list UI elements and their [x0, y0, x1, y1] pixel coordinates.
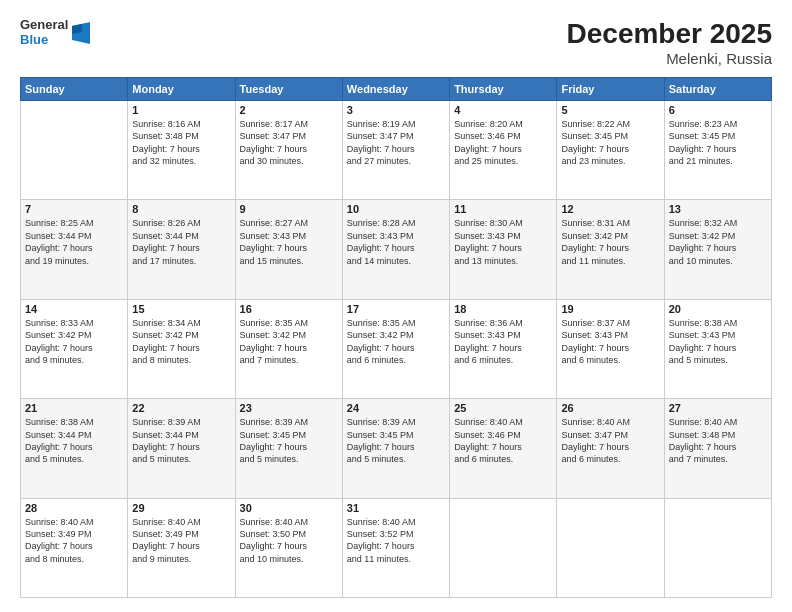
day-info: Sunrise: 8:33 AMSunset: 3:42 PMDaylight:…	[25, 317, 123, 367]
day-info: Sunrise: 8:23 AMSunset: 3:45 PMDaylight:…	[669, 118, 767, 168]
day-number: 21	[25, 402, 123, 414]
day-info: Sunrise: 8:31 AMSunset: 3:42 PMDaylight:…	[561, 217, 659, 267]
day-info: Sunrise: 8:40 AMSunset: 3:50 PMDaylight:…	[240, 516, 338, 566]
table-row: 30Sunrise: 8:40 AMSunset: 3:50 PMDayligh…	[235, 498, 342, 597]
page-title: December 2025	[567, 18, 772, 50]
day-number: 22	[132, 402, 230, 414]
day-info: Sunrise: 8:20 AMSunset: 3:46 PMDaylight:…	[454, 118, 552, 168]
header: General Blue December 2025 Melenki, Russ…	[20, 18, 772, 67]
table-row: 11Sunrise: 8:30 AMSunset: 3:43 PMDayligh…	[450, 200, 557, 299]
day-number: 10	[347, 203, 445, 215]
day-number: 3	[347, 104, 445, 116]
day-info: Sunrise: 8:25 AMSunset: 3:44 PMDaylight:…	[25, 217, 123, 267]
day-number: 23	[240, 402, 338, 414]
day-info: Sunrise: 8:39 AMSunset: 3:45 PMDaylight:…	[347, 416, 445, 466]
day-number: 8	[132, 203, 230, 215]
table-row: 3Sunrise: 8:19 AMSunset: 3:47 PMDaylight…	[342, 101, 449, 200]
day-number: 9	[240, 203, 338, 215]
day-info: Sunrise: 8:38 AMSunset: 3:43 PMDaylight:…	[669, 317, 767, 367]
day-info: Sunrise: 8:16 AMSunset: 3:48 PMDaylight:…	[132, 118, 230, 168]
table-row: 31Sunrise: 8:40 AMSunset: 3:52 PMDayligh…	[342, 498, 449, 597]
table-row: 17Sunrise: 8:35 AMSunset: 3:42 PMDayligh…	[342, 299, 449, 398]
day-info: Sunrise: 8:40 AMSunset: 3:49 PMDaylight:…	[132, 516, 230, 566]
day-info: Sunrise: 8:22 AMSunset: 3:45 PMDaylight:…	[561, 118, 659, 168]
day-info: Sunrise: 8:35 AMSunset: 3:42 PMDaylight:…	[347, 317, 445, 367]
day-info: Sunrise: 8:38 AMSunset: 3:44 PMDaylight:…	[25, 416, 123, 466]
calendar-table: Sunday Monday Tuesday Wednesday Thursday…	[20, 77, 772, 598]
calendar-week-0: 1Sunrise: 8:16 AMSunset: 3:48 PMDaylight…	[21, 101, 772, 200]
page: General Blue December 2025 Melenki, Russ…	[0, 0, 792, 612]
table-row: 26Sunrise: 8:40 AMSunset: 3:47 PMDayligh…	[557, 399, 664, 498]
day-number: 29	[132, 502, 230, 514]
col-sunday: Sunday	[21, 78, 128, 101]
day-info: Sunrise: 8:37 AMSunset: 3:43 PMDaylight:…	[561, 317, 659, 367]
table-row: 4Sunrise: 8:20 AMSunset: 3:46 PMDaylight…	[450, 101, 557, 200]
day-info: Sunrise: 8:32 AMSunset: 3:42 PMDaylight:…	[669, 217, 767, 267]
table-row: 12Sunrise: 8:31 AMSunset: 3:42 PMDayligh…	[557, 200, 664, 299]
table-row: 14Sunrise: 8:33 AMSunset: 3:42 PMDayligh…	[21, 299, 128, 398]
day-number: 15	[132, 303, 230, 315]
day-number: 2	[240, 104, 338, 116]
day-number: 28	[25, 502, 123, 514]
day-number: 13	[669, 203, 767, 215]
table-row: 25Sunrise: 8:40 AMSunset: 3:46 PMDayligh…	[450, 399, 557, 498]
table-row: 13Sunrise: 8:32 AMSunset: 3:42 PMDayligh…	[664, 200, 771, 299]
day-number: 18	[454, 303, 552, 315]
day-number: 30	[240, 502, 338, 514]
logo-text: General Blue	[20, 18, 68, 48]
day-number: 4	[454, 104, 552, 116]
table-row: 21Sunrise: 8:38 AMSunset: 3:44 PMDayligh…	[21, 399, 128, 498]
day-info: Sunrise: 8:30 AMSunset: 3:43 PMDaylight:…	[454, 217, 552, 267]
day-number: 16	[240, 303, 338, 315]
title-block: December 2025 Melenki, Russia	[567, 18, 772, 67]
day-info: Sunrise: 8:40 AMSunset: 3:49 PMDaylight:…	[25, 516, 123, 566]
table-row: 23Sunrise: 8:39 AMSunset: 3:45 PMDayligh…	[235, 399, 342, 498]
table-row	[21, 101, 128, 200]
logo-line2: Blue	[20, 33, 68, 48]
table-row	[450, 498, 557, 597]
table-row: 22Sunrise: 8:39 AMSunset: 3:44 PMDayligh…	[128, 399, 235, 498]
logo-icon	[72, 22, 90, 44]
day-number: 20	[669, 303, 767, 315]
table-row: 6Sunrise: 8:23 AMSunset: 3:45 PMDaylight…	[664, 101, 771, 200]
table-row: 29Sunrise: 8:40 AMSunset: 3:49 PMDayligh…	[128, 498, 235, 597]
day-number: 7	[25, 203, 123, 215]
day-number: 12	[561, 203, 659, 215]
col-wednesday: Wednesday	[342, 78, 449, 101]
calendar-week-1: 7Sunrise: 8:25 AMSunset: 3:44 PMDaylight…	[21, 200, 772, 299]
day-info: Sunrise: 8:40 AMSunset: 3:46 PMDaylight:…	[454, 416, 552, 466]
day-number: 26	[561, 402, 659, 414]
day-number: 31	[347, 502, 445, 514]
day-info: Sunrise: 8:28 AMSunset: 3:43 PMDaylight:…	[347, 217, 445, 267]
day-info: Sunrise: 8:40 AMSunset: 3:48 PMDaylight:…	[669, 416, 767, 466]
day-number: 6	[669, 104, 767, 116]
table-row: 20Sunrise: 8:38 AMSunset: 3:43 PMDayligh…	[664, 299, 771, 398]
day-number: 14	[25, 303, 123, 315]
day-info: Sunrise: 8:40 AMSunset: 3:52 PMDaylight:…	[347, 516, 445, 566]
logo: General Blue	[20, 18, 90, 48]
day-info: Sunrise: 8:19 AMSunset: 3:47 PMDaylight:…	[347, 118, 445, 168]
logo-line1: General	[20, 18, 68, 33]
day-info: Sunrise: 8:39 AMSunset: 3:44 PMDaylight:…	[132, 416, 230, 466]
calendar-week-2: 14Sunrise: 8:33 AMSunset: 3:42 PMDayligh…	[21, 299, 772, 398]
calendar-week-4: 28Sunrise: 8:40 AMSunset: 3:49 PMDayligh…	[21, 498, 772, 597]
day-number: 11	[454, 203, 552, 215]
table-row: 10Sunrise: 8:28 AMSunset: 3:43 PMDayligh…	[342, 200, 449, 299]
day-number: 19	[561, 303, 659, 315]
table-row	[664, 498, 771, 597]
table-row: 1Sunrise: 8:16 AMSunset: 3:48 PMDaylight…	[128, 101, 235, 200]
col-monday: Monday	[128, 78, 235, 101]
day-number: 17	[347, 303, 445, 315]
col-saturday: Saturday	[664, 78, 771, 101]
day-info: Sunrise: 8:27 AMSunset: 3:43 PMDaylight:…	[240, 217, 338, 267]
day-number: 1	[132, 104, 230, 116]
table-row: 15Sunrise: 8:34 AMSunset: 3:42 PMDayligh…	[128, 299, 235, 398]
header-row: Sunday Monday Tuesday Wednesday Thursday…	[21, 78, 772, 101]
table-row	[557, 498, 664, 597]
day-number: 27	[669, 402, 767, 414]
table-row: 18Sunrise: 8:36 AMSunset: 3:43 PMDayligh…	[450, 299, 557, 398]
calendar-body: 1Sunrise: 8:16 AMSunset: 3:48 PMDaylight…	[21, 101, 772, 598]
table-row: 5Sunrise: 8:22 AMSunset: 3:45 PMDaylight…	[557, 101, 664, 200]
day-info: Sunrise: 8:39 AMSunset: 3:45 PMDaylight:…	[240, 416, 338, 466]
page-subtitle: Melenki, Russia	[567, 50, 772, 67]
